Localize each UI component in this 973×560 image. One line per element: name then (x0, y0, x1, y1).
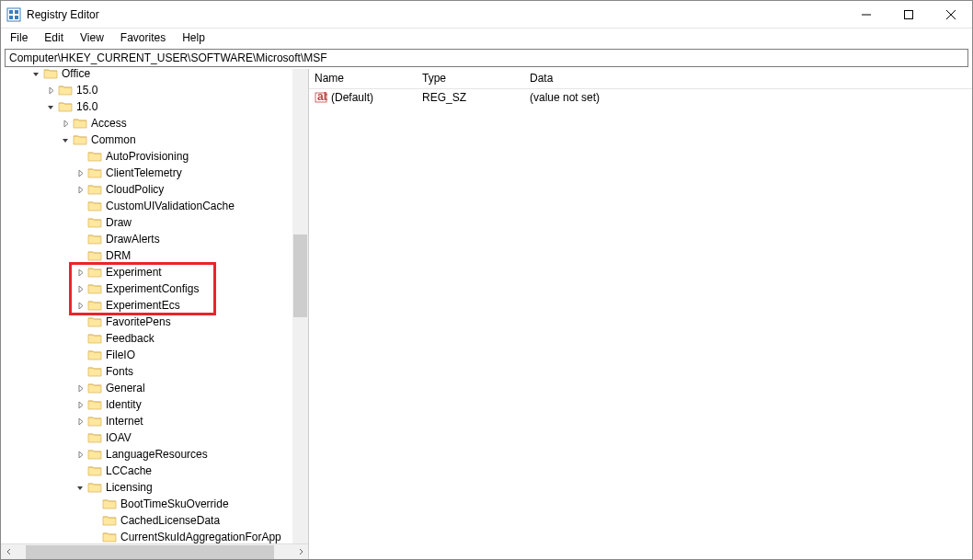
address-bar[interactable]: Computer\HKEY_CURRENT_USER\SOFTWARE\Micr… (5, 49, 968, 67)
menu-view[interactable]: View (73, 29, 111, 46)
tree-node[interactable]: Identity (1, 396, 308, 413)
menu-file[interactable]: File (3, 29, 35, 46)
folder-icon (102, 497, 117, 510)
tree-node[interactable]: IOAV (1, 429, 308, 446)
column-data[interactable]: Data (524, 69, 754, 88)
folder-icon (58, 84, 73, 97)
tree-node[interactable]: ExperimentConfigs (1, 280, 308, 297)
tree-node[interactable]: BootTimeSkuOverride (1, 496, 308, 512)
expander-open-icon[interactable] (30, 69, 41, 79)
expander-closed-icon[interactable] (45, 85, 56, 96)
tree-node[interactable]: Draw (1, 214, 308, 231)
tree-node[interactable]: 15.0 (1, 82, 308, 98)
tree-node[interactable]: CurrentSkuIdAggregationForApp (1, 529, 308, 543)
tree-node[interactable]: AutoProvisioning (1, 148, 308, 165)
folder-icon (87, 349, 102, 361)
registry-tree[interactable]: Office15.016.0AccessCommonAutoProvisioni… (1, 69, 308, 543)
tree-node-label: ExperimentConfigs (106, 282, 199, 295)
content-area: Office15.016.0AccessCommonAutoProvisioni… (1, 69, 972, 559)
tree-node-label: FavoritePens (106, 315, 171, 328)
menu-favorites[interactable]: Favorites (113, 29, 173, 46)
tree-node-label: Office (62, 69, 90, 80)
minimize-button[interactable] (845, 1, 887, 28)
values-list[interactable]: ab(Default)REG_SZ(value not set) (309, 89, 972, 559)
expander-closed-icon[interactable] (74, 300, 86, 311)
tree-node[interactable]: DrawAlerts (1, 231, 308, 247)
tree-horizontal-scrollbar[interactable] (1, 543, 308, 559)
folder-icon (87, 315, 102, 328)
expander-closed-icon[interactable] (60, 118, 71, 129)
expander-closed-icon[interactable] (74, 167, 86, 178)
folder-icon (87, 431, 102, 444)
column-name[interactable]: Name (309, 69, 417, 88)
tree-node[interactable]: Internet (1, 413, 308, 429)
tree-node[interactable]: FavoritePens (1, 314, 308, 330)
expander-closed-icon[interactable] (74, 184, 86, 195)
expander-closed-icon[interactable] (74, 383, 86, 394)
expander-closed-icon[interactable] (74, 416, 86, 427)
tree-node-label: CurrentSkuIdAggregationForApp (120, 531, 281, 543)
tree-node-label: ExperimentEcs (106, 299, 180, 312)
tree-node[interactable]: Licensing (1, 479, 308, 496)
tree-node[interactable]: Access (1, 115, 308, 131)
close-button[interactable] (930, 1, 972, 28)
tree-node[interactable]: Common (1, 131, 308, 148)
tree-node[interactable]: FileIO (1, 347, 308, 363)
folder-icon (87, 398, 102, 411)
folder-icon (87, 249, 102, 262)
folder-icon (58, 100, 73, 113)
folder-icon (87, 365, 102, 378)
tree-node[interactable]: LanguageResources (1, 446, 308, 463)
menu-help[interactable]: Help (175, 29, 212, 46)
tree-node[interactable]: CloudPolicy (1, 181, 308, 198)
tree-node[interactable]: 16.0 (1, 98, 308, 115)
tree-node[interactable]: LCCache (1, 463, 308, 479)
tree-node-label: Draw (106, 216, 132, 229)
expander-closed-icon[interactable] (74, 449, 86, 460)
scroll-left-button[interactable] (1, 544, 17, 560)
svg-rect-1 (9, 10, 13, 14)
expander-closed-icon[interactable] (74, 283, 86, 294)
value-row[interactable]: ab(Default)REG_SZ(value not set) (309, 89, 972, 106)
tree-node[interactable]: Experiment (1, 264, 308, 280)
tree-node[interactable]: CachedLicenseData (1, 512, 308, 529)
tree-node[interactable]: Fonts (1, 363, 308, 380)
window-title: Registry Editor (27, 8, 845, 21)
tree-node-label: IOAV (106, 431, 132, 444)
folder-icon (87, 382, 102, 394)
column-type[interactable]: Type (417, 69, 524, 88)
value-name: (Default) (331, 91, 373, 104)
tree-node[interactable]: Office (1, 69, 308, 82)
maximize-button[interactable] (887, 1, 930, 28)
folder-icon (87, 200, 102, 212)
tree-node[interactable]: Feedback (1, 330, 308, 347)
expander-closed-icon[interactable] (74, 267, 86, 278)
tree-vertical-scrollbar[interactable] (292, 69, 308, 543)
folder-icon (87, 166, 102, 179)
expander-open-icon[interactable] (60, 134, 71, 145)
menu-edit[interactable]: Edit (37, 29, 71, 46)
tree-node-label: DRM (106, 249, 131, 262)
scroll-right-button[interactable] (292, 544, 308, 560)
expander-open-icon[interactable] (45, 101, 56, 112)
tree-node-label: LCCache (106, 464, 152, 477)
folder-icon (102, 514, 117, 527)
tree-node-label: Access (91, 117, 127, 130)
tree-node[interactable]: ClientTelemetry (1, 165, 308, 181)
values-header: Name Type Data (309, 69, 972, 89)
expander-closed-icon[interactable] (74, 399, 86, 410)
expander-open-icon[interactable] (74, 482, 86, 493)
tree-node[interactable]: DRM (1, 247, 308, 264)
tree-node-label: LanguageResources (106, 448, 208, 461)
menubar: File Edit View Favorites Help (1, 29, 972, 47)
folder-icon (43, 69, 58, 80)
folder-icon (87, 150, 102, 163)
tree-node[interactable]: General (1, 380, 308, 396)
value-type: REG_SZ (417, 90, 524, 105)
tree-node[interactable]: ExperimentEcs (1, 297, 308, 314)
tree-node-label: DrawAlerts (106, 233, 160, 246)
folder-icon (87, 233, 102, 246)
tree-node[interactable]: CustomUIValidationCache (1, 198, 308, 214)
tree-node-label: FileIO (106, 349, 135, 361)
tree-panel: Office15.016.0AccessCommonAutoProvisioni… (1, 69, 309, 559)
